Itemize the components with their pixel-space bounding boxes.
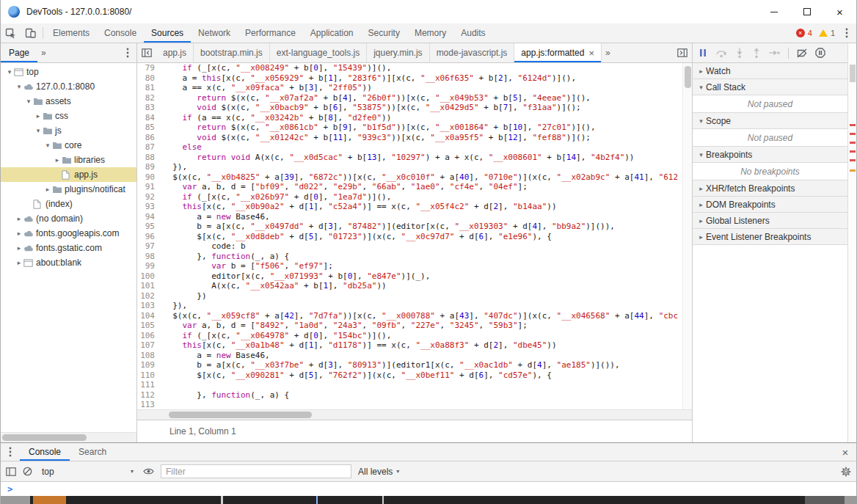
section-scope[interactable]: ▾Scope bbox=[693, 113, 847, 129]
tree-item-top[interactable]: ▾top bbox=[1, 65, 136, 79]
code-line[interactable]: }, function(_, a) { bbox=[163, 252, 682, 262]
tab-page[interactable]: Page bbox=[1, 43, 37, 62]
code-line[interactable]: else bbox=[163, 142, 682, 153]
editor-tab-mode-javascript-js[interactable]: mode-javascript.js bbox=[430, 43, 515, 62]
line-number[interactable]: 104 bbox=[137, 311, 155, 321]
editor-tab-ext-language-tools-js[interactable]: ext-language_tools.js bbox=[270, 43, 367, 62]
chevron-right-icon[interactable]: ▸ bbox=[15, 244, 23, 252]
chevron-right-icon[interactable]: ▸ bbox=[15, 230, 23, 237]
line-number[interactable]: 101 bbox=[137, 281, 155, 291]
tree-item-core[interactable]: ▾core bbox=[1, 138, 136, 153]
tree-item-about-blank[interactable]: ▸about:blank bbox=[1, 255, 136, 270]
source-code[interactable]: if (_[x(c, "__x008249" + b[0], "15439")]… bbox=[160, 63, 682, 409]
code-line[interactable]: }, function(_, a) { bbox=[163, 390, 682, 401]
line-number[interactable]: 84 bbox=[137, 113, 155, 123]
section-event-listener-breakpoints[interactable]: ▸Event Listener Breakpoints bbox=[693, 229, 847, 245]
line-number[interactable]: 86 bbox=[137, 133, 155, 143]
chevron-down-icon[interactable]: ▾ bbox=[24, 98, 33, 105]
line-number[interactable]: 108 bbox=[137, 351, 155, 361]
line-number[interactable]: 82 bbox=[137, 93, 155, 103]
drawer-menu-button[interactable] bbox=[1, 443, 20, 461]
close-drawer-button[interactable]: × bbox=[834, 443, 856, 461]
code-line[interactable]: var a, b, d = ["8492", "1a0d", "24a3", "… bbox=[163, 321, 682, 331]
code-line[interactable]: void $(x(c, "__x0bacb9" + b[6], "53875")… bbox=[163, 103, 682, 113]
scrollbar-thumb[interactable] bbox=[850, 65, 856, 82]
line-number[interactable]: 90 bbox=[137, 172, 155, 183]
code-line[interactable]: if (_[x(c, "__x008249" + b[0], "15439")]… bbox=[163, 63, 682, 73]
code-line[interactable]: return void A(x(c, "__x0d5cac" + b[13], … bbox=[163, 153, 682, 163]
line-number[interactable]: 112 bbox=[137, 390, 155, 401]
editor-tab-jquery-min-js[interactable]: jquery.min.js bbox=[367, 43, 429, 62]
live-expression-button[interactable] bbox=[143, 467, 154, 475]
code-line[interactable]: if (a == x(c, "__x03242b" + b[8], "d2fe0… bbox=[163, 113, 682, 123]
step-button[interactable] bbox=[769, 48, 780, 57]
device-toolbar-button[interactable] bbox=[21, 23, 40, 43]
drawer-tab-search[interactable]: Search bbox=[70, 443, 115, 461]
editor-horizontal-scrollbar[interactable] bbox=[137, 409, 692, 420]
tree-item-assets[interactable]: ▾assets bbox=[1, 94, 136, 109]
line-number[interactable]: 109 bbox=[137, 360, 155, 370]
chevron-right-icon[interactable]: ▸ bbox=[34, 112, 43, 120]
code-line[interactable]: a = new Base46, bbox=[163, 351, 682, 361]
line-number[interactable]: 107 bbox=[137, 340, 155, 351]
editor-vertical-scrollbar[interactable] bbox=[682, 63, 692, 409]
code-line[interactable]: }), bbox=[163, 301, 682, 311]
tab-security[interactable]: Security bbox=[361, 23, 407, 43]
navigator-overflow-button[interactable]: » bbox=[37, 43, 50, 62]
tree-item-index[interactable]: (index) bbox=[1, 197, 136, 211]
line-number[interactable]: 96 bbox=[137, 232, 155, 242]
code-line[interactable]: b = a[x(c, "__x03f7be" + d[3], "80913")]… bbox=[163, 360, 682, 370]
section-global-listeners[interactable]: ▸Global Listeners bbox=[693, 213, 847, 229]
code-line[interactable]: return $(x(c, "__x0861cb" + b[9], "b1f5d… bbox=[163, 123, 682, 133]
warning-icon[interactable] bbox=[819, 29, 828, 37]
code-line[interactable]: var a, b, d = ["bf09", "d022", "e29b", "… bbox=[163, 182, 682, 192]
scrollbar-thumb[interactable] bbox=[169, 412, 312, 418]
tree-item-fonts-googleapis-com[interactable]: ▸fonts.googleapis.com bbox=[1, 226, 136, 241]
close-button[interactable]: × bbox=[823, 0, 856, 23]
code-line[interactable]: if (_[x(c, "__x026b97" + d[0], "1ea7d")]… bbox=[163, 192, 682, 202]
section-xhr-fetch-breakpoints[interactable]: ▸XHR/fetch Breakpoints bbox=[693, 180, 847, 197]
section-breakpoints[interactable]: ▾Breakpoints bbox=[693, 147, 847, 163]
line-number[interactable]: 80 bbox=[137, 73, 155, 84]
toggle-debugger-sidebar-button[interactable] bbox=[673, 43, 692, 62]
inspect-button[interactable] bbox=[1, 23, 21, 43]
filter-input[interactable] bbox=[161, 464, 351, 478]
tab-elements[interactable]: Elements bbox=[45, 23, 97, 43]
deactivate-breakpoints-button[interactable] bbox=[797, 48, 807, 58]
error-count[interactable]: 4 bbox=[808, 29, 812, 37]
line-number[interactable]: 97 bbox=[137, 241, 155, 252]
minimize-button[interactable] bbox=[757, 0, 790, 23]
code-line[interactable]: return $(x(c, "__x07af2a" + b[4], "26b0f… bbox=[163, 93, 682, 103]
navigator-horizontal-scrollbar[interactable] bbox=[1, 432, 136, 442]
section-dom-breakpoints[interactable]: ▸DOM Breakpoints bbox=[693, 197, 847, 213]
chevron-down-icon[interactable]: ▾ bbox=[15, 83, 23, 90]
tab-network[interactable]: Network bbox=[191, 23, 238, 43]
navigator-more-button[interactable] bbox=[119, 43, 136, 62]
step-out-button[interactable] bbox=[752, 48, 761, 58]
line-number[interactable]: 93 bbox=[137, 202, 155, 212]
step-into-button[interactable] bbox=[735, 48, 744, 58]
code-line[interactable]: if (_[x(c, "__x064978" + d[0], "154bc")]… bbox=[163, 331, 682, 341]
code-line[interactable]: }), bbox=[163, 162, 682, 172]
step-over-button[interactable] bbox=[715, 48, 727, 58]
chevron-right-icon[interactable]: ▸ bbox=[15, 215, 23, 222]
code-line[interactable]: editor[x(c, "__x071993" + b[0], "e847e")… bbox=[163, 271, 682, 282]
code-line[interactable]: }) bbox=[163, 291, 682, 302]
code-line[interactable]: $(x(c, "__x059cf8" + a[42], "7d7fa"))[x(… bbox=[163, 311, 682, 321]
code-line[interactable]: $[x(c, "__x0d8deb" + d[5], "01723")](x(c… bbox=[163, 232, 682, 242]
tab-console[interactable]: Console bbox=[97, 23, 144, 43]
line-number[interactable]: 105 bbox=[137, 321, 155, 331]
line-number[interactable]: 113 bbox=[137, 400, 155, 410]
code-line[interactable]: void $(x(c, "__x01242c" + b[11], "939c3"… bbox=[163, 133, 682, 143]
editor-tab-app-js-formatted[interactable]: app.js:formatted× bbox=[514, 43, 602, 62]
tab-audits[interactable]: Audits bbox=[453, 23, 492, 43]
line-number[interactable]: 100 bbox=[137, 271, 155, 282]
tabs-overflow-button[interactable]: » bbox=[602, 43, 614, 62]
scrollbar-thumb[interactable] bbox=[2, 434, 87, 441]
tree-item-fonts-gstatic-com[interactable]: ▸fonts.gstatic.com bbox=[1, 241, 136, 255]
console-settings-button[interactable] bbox=[841, 467, 851, 477]
tree-item-app-js[interactable]: app.js bbox=[1, 167, 136, 182]
line-number[interactable]: 103 bbox=[137, 301, 155, 311]
log-levels-dropdown[interactable]: All levels ▾ bbox=[358, 467, 399, 477]
hide-navigator-button[interactable] bbox=[137, 43, 156, 62]
